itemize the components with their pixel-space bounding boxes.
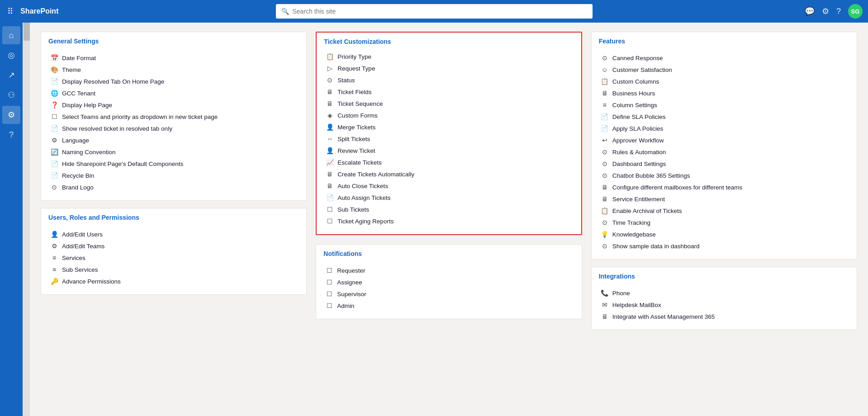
recycle-bin-icon: 📄 [50, 172, 58, 179]
list-item[interactable]: 📋Enable Archival of Tickets [599, 205, 849, 217]
define-sla-icon: 📄 [601, 113, 609, 120]
list-item[interactable]: ☐Requester [323, 265, 574, 276]
list-item[interactable]: 🖥Integrate with Asset Management 365 [599, 311, 849, 322]
phone-icon: 📞 [601, 289, 609, 297]
auto-close-icon: 🖥 [326, 182, 334, 189]
sub-services-icon: ≡ [50, 266, 58, 273]
list-item[interactable]: ◈Custom Forms [324, 109, 574, 121]
people-nav-icon[interactable]: ⚇ [2, 86, 20, 104]
list-item[interactable]: ▷Request Type [324, 62, 574, 74]
custom-forms-icon: ◈ [326, 112, 334, 119]
list-item[interactable]: 🎨Theme [48, 64, 299, 76]
col-ticket: Ticket Customizations 📋Priority Type ▷Re… [316, 32, 582, 407]
list-item[interactable]: ⊙Time Tracking [599, 217, 849, 228]
date-format-icon: 📅 [50, 54, 58, 61]
list-item[interactable]: 🔑Advance Permissions [48, 275, 299, 287]
list-item[interactable]: 📋Custom Columns [599, 76, 849, 87]
avatar[interactable]: SG [848, 4, 863, 19]
list-item[interactable]: ⊙Rules & Automation [599, 146, 849, 158]
list-item[interactable]: ☐Assignee [323, 276, 574, 288]
list-item[interactable]: 📋Priority Type [324, 51, 574, 62]
list-item[interactable]: 📄Define SLA Policies [599, 111, 849, 123]
settings-icon[interactable]: ⚙ [822, 6, 829, 16]
list-item[interactable]: ⊙Status [324, 74, 574, 86]
list-item[interactable]: ☐Supervisor [323, 288, 574, 300]
comment-icon[interactable]: 💬 [805, 6, 815, 16]
customer-sat-icon: ☺ [601, 66, 609, 73]
list-item[interactable]: ⚙Add/Edit Teams [48, 240, 299, 252]
list-item[interactable]: 📄Recycle Bin [48, 170, 299, 181]
list-item[interactable]: ⊙Canned Response [599, 52, 849, 64]
chart-nav-icon[interactable]: ↗ [2, 66, 20, 84]
list-item[interactable]: 📄Apply SLA Policies [599, 123, 849, 134]
services-icon: ≡ [50, 254, 58, 261]
create-auto-icon: 🖥 [326, 170, 334, 178]
list-item[interactable]: 💡Knowledgebase [599, 228, 849, 240]
list-item[interactable]: ☐Sub Tickets [324, 203, 574, 215]
help-nav-icon[interactable]: ? [2, 126, 20, 144]
review-ticket-icon: 👤 [326, 147, 334, 154]
auto-assign-icon: 📄 [326, 194, 334, 201]
waffle-icon[interactable]: ⠿ [5, 5, 15, 18]
list-item[interactable]: 🖥Ticket Fields [324, 86, 574, 98]
list-item[interactable]: 📄Show resolved ticket in resolved tab on… [48, 123, 299, 134]
list-item[interactable]: 🖥Create Tickets Automatically [324, 168, 574, 180]
list-item[interactable]: 📄Hide Sharepoint Page's Default Componen… [48, 158, 299, 170]
list-item[interactable]: ⚙Language [48, 134, 299, 146]
list-item[interactable]: 📈Escalate Tickets [324, 156, 574, 168]
list-item[interactable]: ☺Customer Satisfaction [599, 64, 849, 76]
list-item[interactable]: ✉Helpdesk MailBox [599, 299, 849, 311]
list-item[interactable]: 👤Review Ticket [324, 145, 574, 156]
list-item[interactable]: 📄Display Resolved Tab On Home Page [48, 76, 299, 87]
ticket-fields-icon: 🖥 [326, 88, 334, 95]
requester-icon: ☐ [325, 267, 333, 274]
scroll-thumb[interactable] [24, 23, 30, 41]
list-item[interactable]: 🌐GCC Tenant [48, 87, 299, 99]
settings-nav-icon[interactable]: ⚙ [2, 106, 20, 124]
general-settings-title: General Settings [48, 38, 299, 47]
list-item[interactable]: 📄Auto Assign Tickets [324, 192, 574, 203]
list-item[interactable]: ☐Select Teams and priority as dropdown i… [48, 111, 299, 123]
list-item[interactable]: 🖥Service Entitlement [599, 193, 849, 205]
list-item[interactable]: ☐Admin [323, 300, 574, 312]
list-item[interactable]: 🔄Naming Convention [48, 146, 299, 158]
advance-permissions-icon: 🔑 [50, 278, 58, 285]
service-entitlement-icon: 🖥 [601, 195, 609, 203]
app-title: SharePoint [20, 7, 58, 15]
list-item[interactable]: 🖥Configure different mailboxes for diffe… [599, 181, 849, 193]
approver-workflow-icon: ↩ [601, 137, 609, 144]
home-nav-icon[interactable]: ⌂ [2, 26, 20, 44]
list-item[interactable]: ⊙Dashboard Settings [599, 158, 849, 170]
list-item[interactable]: ⊙Chatbot Bubble 365 Settings [599, 170, 849, 181]
ticket-aging-icon: ☐ [326, 217, 334, 225]
list-item[interactable]: ≡Column Settings [599, 99, 849, 111]
list-item[interactable]: ❓Display Help Page [48, 99, 299, 111]
general-settings-box: General Settings 📅Date Format 🎨Theme 📄Di… [41, 32, 307, 201]
list-item[interactable]: 🖥Business Hours [599, 87, 849, 99]
list-item[interactable]: 📅Date Format [48, 52, 299, 64]
list-item[interactable]: ↩Approver Workflow [599, 134, 849, 146]
compass-nav-icon[interactable]: ◎ [2, 46, 20, 64]
help-icon[interactable]: ? [836, 7, 841, 16]
main-content: General Settings 📅Date Format 🎨Theme 📄Di… [30, 23, 868, 416]
supervisor-icon: ☐ [325, 290, 333, 298]
list-item[interactable]: ≡Services [48, 252, 299, 264]
scroll-indicator[interactable] [23, 23, 30, 416]
list-item[interactable]: ≡Sub Services [48, 264, 299, 275]
list-item[interactable]: 👤Add/Edit Users [48, 228, 299, 240]
list-item[interactable]: ☐Ticket Aging Reports [324, 215, 574, 227]
list-item[interactable]: 👤Merge Tickets [324, 121, 574, 133]
list-item[interactable]: 🖥Auto Close Tickets [324, 180, 574, 192]
list-item[interactable]: ↔Split Tickets [324, 133, 574, 145]
list-item[interactable]: 🖥Ticket Sequence [324, 98, 574, 109]
column-settings-icon: ≡ [601, 101, 609, 109]
search-bar[interactable]: 🔍 [276, 4, 593, 19]
search-input[interactable] [293, 8, 587, 15]
helpdesk-mailbox-icon: ✉ [601, 301, 609, 308]
list-item[interactable]: ⊙Show sample data in dashboard [599, 240, 849, 252]
list-item[interactable]: ⊙Brand Logo [48, 181, 299, 193]
ticket-customizations-title: Ticket Customizations [324, 38, 574, 47]
ticket-sequence-icon: 🖥 [326, 100, 334, 107]
time-tracking-icon: ⊙ [601, 219, 609, 226]
list-item[interactable]: 📞Phone [599, 287, 849, 299]
